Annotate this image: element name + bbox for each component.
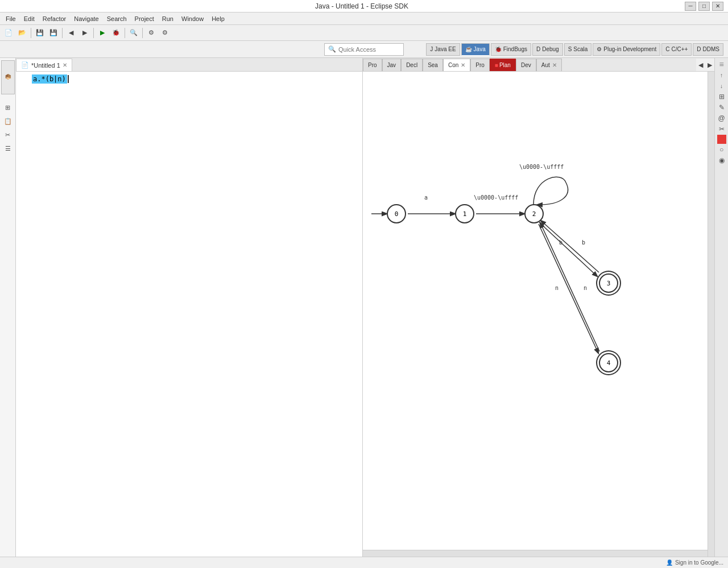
toolbar-run[interactable]: ▶ — [96, 27, 109, 39]
cpp-icon: C — [665, 46, 669, 52]
menu-edit[interactable]: Edit — [20, 14, 38, 23]
persp-cpp[interactable]: C C/C++ — [661, 43, 692, 56]
toolbar-sep-2 — [62, 28, 63, 38]
diagram-scrollbar-vertical[interactable] — [708, 72, 714, 557]
findbugs-icon: 🐞 — [495, 46, 502, 52]
edge-label-n2: n — [584, 285, 587, 291]
persp-java-ee[interactable]: J Java EE — [426, 43, 460, 56]
toolbar-new[interactable]: 📄 — [2, 27, 15, 39]
edge-label-u2: \u0000-\uffff — [519, 164, 564, 170]
node-2-label: 2 — [532, 210, 536, 218]
toolbar-back[interactable]: ◀ — [65, 27, 77, 39]
node-3[interactable]: 3 — [599, 273, 618, 293]
persp-findbugs[interactable]: 🐞 FindBugs — [491, 43, 531, 56]
scala-icon: S — [568, 46, 572, 52]
minimize-button[interactable]: ─ — [685, 2, 696, 11]
right-icon-1[interactable]: ≡ — [717, 59, 727, 69]
file-icon: 📄 — [21, 61, 29, 69]
node-4[interactable]: 4 — [599, 353, 618, 372]
diagram-tab-sea[interactable]: Sea — [423, 59, 443, 71]
right-icon-6[interactable]: @ — [717, 113, 727, 123]
edge-label-a: a — [424, 194, 428, 201]
toolbar: 📄 📂 💾 💾 ◀ ▶ ▶ 🐞 🔍 ⚙ ⚙ — [0, 25, 728, 41]
menu-search[interactable]: Search — [104, 14, 130, 23]
findbugs-label: FindBugs — [503, 46, 527, 52]
editor-content[interactable]: a.*(b|n) — [16, 72, 362, 557]
diagram-tab-aut[interactable]: Aut ✕ — [536, 59, 562, 71]
toolbar-open[interactable]: 📂 — [16, 27, 28, 39]
node-2[interactable]: 2 — [524, 204, 544, 223]
diagram-tab-pro1[interactable]: Pro — [363, 59, 382, 71]
diagram-scrollbar-horizontal[interactable] — [363, 550, 708, 557]
java-ee-label: Java EE — [435, 46, 456, 52]
quick-access-bar: 🔍 J Java EE ☕ Java 🐞 FindBugs D Debug S — [0, 41, 728, 58]
persp-ddms[interactable]: D DDMS — [693, 43, 723, 56]
right-icon-7[interactable]: ✂ — [717, 124, 727, 134]
diagram-tab-dev[interactable]: Dev — [516, 59, 536, 71]
diagram-canvas: 0 1 2 3 4 a \u0000-\uffff \u0000-\uffff … — [363, 72, 714, 557]
diagram-tab-con[interactable]: Con ✕ — [443, 59, 470, 71]
persp-java[interactable]: ☕ Java — [461, 43, 490, 56]
right-icon-9[interactable]: ○ — [717, 144, 727, 155]
toolbar-sep-4 — [125, 28, 125, 38]
ddms-icon: D — [697, 46, 701, 52]
diagram-arrows — [363, 72, 714, 557]
status-bar: 👤 Sign in to Google... — [0, 557, 728, 568]
ddms-label: DDMS — [703, 46, 719, 52]
diagram-tab-decl[interactable]: Decl — [401, 59, 423, 71]
diagram-tab-plan[interactable]: ■ Plan — [490, 59, 516, 71]
toolbar-debug[interactable]: 🐞 — [110, 27, 122, 39]
toolbar-misc1[interactable]: ⚙ — [145, 27, 158, 39]
diagram-scroll-right[interactable]: ▶ — [705, 59, 714, 71]
menu-bar: File Edit Refactor Navigate Search Proje… — [0, 13, 728, 25]
sidebar-icon-5[interactable]: ☰ — [2, 142, 14, 155]
diagram-tab-jav[interactable]: Jav — [382, 59, 402, 71]
editor-tab-close[interactable]: ✕ — [63, 62, 67, 68]
diagram-tab-pro2[interactable]: Pro — [470, 59, 490, 71]
persp-debug[interactable]: D Debug — [532, 43, 563, 56]
right-sidebar: ≡ ↑ ↓ ⊞ ✎ @ ✂ ○ ◉ — [714, 58, 728, 557]
toolbar-search[interactable]: 🔍 — [127, 27, 140, 39]
toolbar-forward[interactable]: ▶ — [78, 27, 91, 39]
sidebar-icon-3[interactable]: 📋 — [2, 115, 14, 127]
sidebar-icon-1[interactable]: 📦 — [1, 60, 15, 94]
sign-in-icon: 👤 — [666, 559, 673, 566]
persp-plugin[interactable]: ⚙ Plug-in Development — [593, 43, 660, 56]
debug-label: Debug — [542, 46, 559, 52]
node-1[interactable]: 1 — [455, 204, 474, 223]
maximize-button[interactable]: □ — [698, 2, 710, 11]
toolbar-save-all[interactable]: 💾 — [47, 27, 60, 39]
code-text: a.*(b|n) — [32, 74, 67, 84]
quick-access-input[interactable] — [338, 46, 400, 53]
node-0[interactable]: 0 — [387, 204, 406, 223]
menu-run[interactable]: Run — [159, 14, 177, 23]
menu-navigate[interactable]: Navigate — [71, 14, 102, 23]
edge-label-n1: n — [555, 285, 559, 291]
menu-refactor[interactable]: Refactor — [39, 14, 70, 23]
editor-tab-untitled[interactable]: 📄 *Untitled 1 ✕ — [16, 59, 72, 71]
close-button[interactable]: ✕ — [712, 2, 723, 11]
right-icon-5[interactable]: ✎ — [717, 102, 727, 113]
right-icon-10[interactable]: ◉ — [717, 155, 727, 165]
right-icon-4[interactable]: ⊞ — [717, 92, 727, 102]
diagram-tab-con-close[interactable]: ✕ — [461, 62, 465, 68]
sign-in-text[interactable]: Sign in to Google... — [675, 559, 723, 566]
svg-line-4 — [541, 221, 599, 272]
diagram-tab-aut-close[interactable]: ✕ — [552, 62, 557, 68]
toolbar-save[interactable]: 💾 — [34, 27, 46, 39]
toolbar-misc2[interactable]: ⚙ — [159, 27, 171, 39]
node-3-label: 3 — [607, 280, 611, 287]
right-icon-3[interactable]: ↓ — [717, 81, 727, 91]
menu-window[interactable]: Window — [178, 14, 207, 23]
menu-project[interactable]: Project — [131, 14, 158, 23]
svg-line-6 — [540, 223, 599, 351]
diagram-scroll-left[interactable]: ◀ — [696, 59, 705, 71]
sidebar-icon-2[interactable]: ⊞ — [2, 101, 14, 114]
sidebar-icon-4[interactable]: ✂ — [2, 128, 14, 141]
left-sidebar: 📦 ⊞ 📋 ✂ ☰ — [0, 58, 16, 557]
persp-scala[interactable]: S Scala — [564, 43, 592, 56]
right-icon-2[interactable]: ↑ — [717, 70, 727, 80]
menu-file[interactable]: File — [2, 14, 19, 23]
menu-help[interactable]: Help — [208, 14, 228, 23]
right-icon-red[interactable] — [717, 135, 726, 144]
